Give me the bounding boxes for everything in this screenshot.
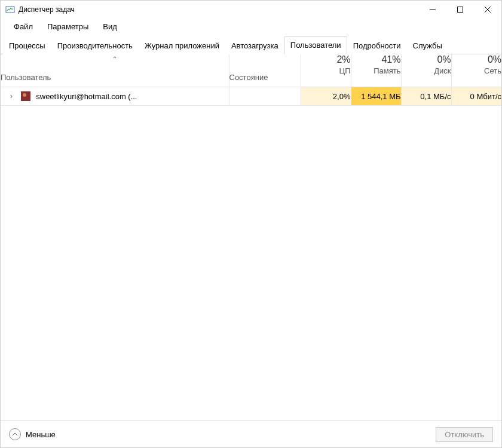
window-buttons bbox=[419, 1, 501, 19]
app-icon bbox=[5, 5, 15, 14]
footer: Меньше Отключить bbox=[1, 421, 501, 447]
cell-cpu: 2,0% bbox=[301, 87, 351, 106]
svg-line-4 bbox=[485, 7, 491, 13]
table-header-row: ⌃ Пользователь Состояние 2% ЦП 41% Памят… bbox=[1, 54, 501, 87]
fewer-details-label: Меньше bbox=[26, 430, 56, 439]
col-status[interactable]: Состояние bbox=[229, 54, 301, 87]
tab-startup[interactable]: Автозагрузка bbox=[225, 37, 284, 54]
cell-memory: 1 544,1 МБ bbox=[351, 87, 401, 106]
tab-processes[interactable]: Процессы bbox=[3, 37, 51, 54]
fewer-details-toggle[interactable]: Меньше bbox=[9, 428, 436, 440]
col-memory-label: Память bbox=[351, 66, 401, 75]
menubar: Файл Параметры Вид bbox=[1, 19, 501, 36]
user-avatar-icon bbox=[21, 91, 30, 101]
tabstrip: Процессы Производительность Журнал прило… bbox=[1, 36, 501, 54]
maximize-button[interactable] bbox=[446, 1, 474, 19]
titlebar: Диспетчер задач bbox=[1, 1, 501, 19]
svg-rect-2 bbox=[458, 7, 463, 13]
content-area: ⌃ Пользователь Состояние 2% ЦП 41% Памят… bbox=[1, 54, 501, 421]
col-user-label: Пользователь bbox=[1, 73, 51, 82]
cell-status bbox=[229, 87, 301, 106]
menu-options[interactable]: Параметры bbox=[41, 21, 94, 32]
cell-network: 0 Мбит/с bbox=[451, 87, 501, 106]
tab-services[interactable]: Службы bbox=[407, 37, 448, 54]
col-disk-pct: 0% bbox=[402, 54, 451, 65]
cell-disk: 0,1 МБ/с bbox=[401, 87, 451, 106]
col-disk-label: Диск bbox=[402, 66, 451, 75]
expand-icon[interactable]: › bbox=[8, 92, 15, 100]
menu-view[interactable]: Вид bbox=[97, 21, 123, 32]
tab-details[interactable]: Подробности bbox=[347, 37, 407, 54]
users-table: ⌃ Пользователь Состояние 2% ЦП 41% Памят… bbox=[1, 54, 501, 106]
task-manager-window: Диспетчер задач Файл Параметры Вид Проце… bbox=[0, 0, 502, 448]
window-title: Диспетчер задач bbox=[19, 5, 419, 14]
col-memory-pct: 41% bbox=[351, 54, 401, 65]
user-name: sweetlikyuri@hotmail.com (... bbox=[36, 92, 137, 101]
minimize-button[interactable] bbox=[419, 1, 446, 19]
tab-app-history[interactable]: Журнал приложений bbox=[139, 37, 225, 54]
col-network-label: Сеть bbox=[452, 66, 502, 75]
tab-users[interactable]: Пользователи bbox=[284, 36, 347, 54]
svg-line-3 bbox=[485, 7, 491, 13]
col-status-label: Состояние bbox=[229, 73, 268, 82]
cell-user[interactable]: › sweetlikyuri@hotmail.com (... bbox=[1, 87, 229, 106]
col-disk[interactable]: 0% Диск bbox=[401, 54, 451, 87]
disconnect-button[interactable]: Отключить bbox=[436, 427, 493, 442]
tab-performance[interactable]: Производительность bbox=[51, 37, 139, 54]
sort-indicator-icon: ⌃ bbox=[112, 56, 117, 62]
menu-file[interactable]: Файл bbox=[8, 21, 39, 32]
close-button[interactable] bbox=[474, 1, 501, 19]
col-network-pct: 0% bbox=[452, 54, 502, 65]
col-memory[interactable]: 41% Память bbox=[351, 54, 401, 87]
col-user[interactable]: ⌃ Пользователь bbox=[1, 54, 229, 87]
col-network[interactable]: 0% Сеть bbox=[451, 54, 501, 87]
chevron-up-icon bbox=[9, 428, 21, 440]
table-row[interactable]: › sweetlikyuri@hotmail.com (... 2,0% 1 5… bbox=[1, 87, 501, 106]
col-cpu[interactable]: 2% ЦП bbox=[301, 54, 351, 87]
col-cpu-pct: 2% bbox=[301, 54, 351, 65]
col-cpu-label: ЦП bbox=[301, 66, 351, 75]
